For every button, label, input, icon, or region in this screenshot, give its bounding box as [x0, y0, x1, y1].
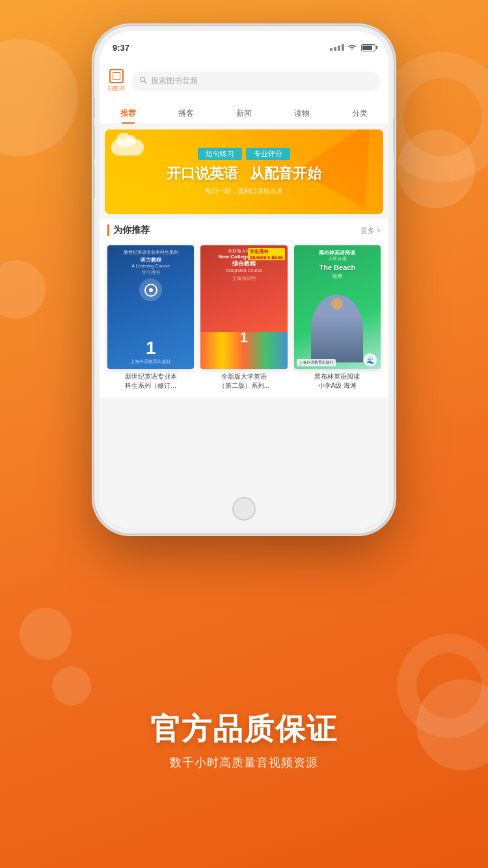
- status-time: 9:37: [113, 43, 330, 53]
- book-badge-2: 学生用书Student's Book: [248, 248, 285, 260]
- nav-tabs: 推荐 播客 新闻 读物 分类: [100, 103, 388, 124]
- phone-screen: 9:37: [100, 31, 388, 528]
- book3-figure-head: [331, 298, 343, 310]
- book-cover-2: 全新版大学英语 New College English 综合教程 Integra…: [200, 245, 287, 369]
- main-tagline: 官方品质保证: [13, 711, 475, 747]
- banner-tag-2: 专业评分: [246, 148, 290, 160]
- book-cover-3: 黑布林英语阅读 小学 A 级 The Beach 海滩 🌊 上海外语教育出: [294, 245, 381, 369]
- book-item-2[interactable]: 全新版大学英语 New College English 综合教程 Integra…: [200, 245, 287, 390]
- tab-category[interactable]: 分类: [331, 103, 388, 124]
- sub-tagline: 数千小时高质量音视频资源: [13, 755, 475, 770]
- section-title: 为你推荐: [107, 224, 150, 236]
- bottom-section: 官方品质保证 数千小时高质量音视频资源: [0, 698, 488, 783]
- banner-subtitle: 每日一段，流利口语练出来: [167, 187, 321, 196]
- the-beach-label: The Beach: [294, 264, 381, 271]
- book-grid: 新世纪英语专业本科生系列 听力教程 A Listening Course 学习用…: [100, 240, 388, 398]
- banner-title-line1: 开口说英语 从配音开始: [167, 165, 321, 182]
- banner-tag-1: 短句练习: [198, 148, 242, 160]
- promotional-banner[interactable]: 短句练习 专业评分 开口说英语 从配音开始 每日一段，流利口语练出来: [105, 129, 383, 214]
- power-button: [393, 117, 394, 153]
- book3-figure: [311, 295, 363, 363]
- bg-decoration-3: [20, 608, 72, 660]
- book3-beach-icon: 🌊: [364, 353, 377, 366]
- mute-button: [94, 98, 95, 117]
- scan-icon: [109, 69, 124, 83]
- signal-icon: [330, 44, 344, 51]
- tab-podcast[interactable]: 播客: [157, 103, 215, 124]
- status-icons: [330, 44, 375, 51]
- book-desc-2: 全新版大学英语 （第二版）系列...: [200, 372, 287, 390]
- section-more-button[interactable]: 更多 >: [360, 226, 381, 236]
- book-desc-1: 新世纪英语专业本 科生系列（修订...: [107, 372, 194, 390]
- app-content: 扫图书 搜索图书音频: [100, 64, 388, 528]
- scan-label: 扫图书: [107, 85, 125, 93]
- search-placeholder: 搜索图书音频: [151, 75, 198, 87]
- tab-recommend[interactable]: 推荐: [100, 103, 157, 124]
- book-item-1[interactable]: 新世纪英语专业本科生系列 听力教程 A Listening Course 学习用…: [107, 245, 194, 390]
- status-bar: 9:37: [100, 31, 388, 64]
- banner-content: 短句练习 专业评分 开口说英语 从配音开始 每日一段，流利口语练出来: [167, 148, 321, 195]
- search-icon: [139, 76, 147, 86]
- book-cover-1: 新世纪英语专业本科生系列 听力教程 A Listening Course 学习用…: [107, 245, 194, 369]
- book-item-3[interactable]: 黑布林英语阅读 小学 A 级 The Beach 海滩 🌊 上海外语教育出: [294, 245, 381, 390]
- phone-frame: 9:37: [94, 26, 394, 534]
- home-button[interactable]: [232, 497, 256, 521]
- book-number-1: 1: [111, 339, 190, 357]
- volume-up-button: [94, 127, 95, 159]
- wifi-icon: [347, 44, 357, 51]
- svg-line-1: [144, 81, 147, 84]
- banner-cloud-decoration: [111, 139, 144, 156]
- book-desc-3: 黑布林英语阅读 小学A级 海滩: [294, 372, 381, 390]
- volume-down-button: [94, 166, 95, 198]
- beach-chinese-label: 海滩: [294, 273, 381, 280]
- book3-series-subtitle: 小学 A 级: [294, 256, 381, 262]
- scan-button[interactable]: 扫图书: [107, 69, 125, 93]
- search-bar[interactable]: 搜索图书音频: [131, 72, 381, 91]
- tab-reading[interactable]: 读物: [273, 103, 331, 124]
- bg-decoration-1: [0, 39, 78, 156]
- battery-icon: [361, 44, 375, 51]
- section-header: 为你推荐 更多 >: [100, 219, 388, 240]
- bg-decoration-6: [0, 260, 46, 319]
- tab-news[interactable]: 新闻: [215, 103, 273, 124]
- header-row: 扫图书 搜索图书音频: [107, 69, 381, 93]
- app-header: 扫图书 搜索图书音频: [100, 64, 388, 103]
- phone-mockup: 9:37: [94, 26, 394, 534]
- bg-swirl-1: [377, 52, 488, 182]
